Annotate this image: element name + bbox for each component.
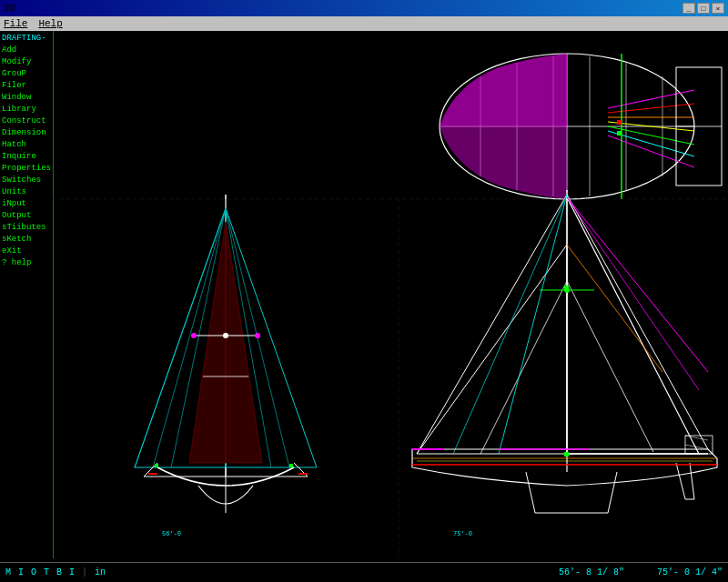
sidebar-item-units[interactable]: Units [2,186,53,198]
status-t: T [44,567,49,577]
close-button[interactable]: × [712,3,724,14]
sidebar-item-output[interactable]: Output [2,210,53,222]
svg-rect-44 [289,464,293,467]
sidebar-item-inquire[interactable]: Inquire [2,151,53,163]
title-bar-buttons[interactable]: _ □ × [682,3,724,14]
status-sep1: | [82,567,87,577]
minimize-button[interactable]: _ [682,3,695,14]
drawing-area[interactable]: 56'-0 [53,31,728,558]
sidebar-item-library[interactable]: Library [2,104,53,115]
sidebar-item-input[interactable]: iNput [2,198,53,210]
svg-point-34 [191,333,197,338]
svg-rect-66 [564,452,569,457]
status-i: I [18,567,24,577]
svg-text:56'-0: 56'-0 [162,530,181,537]
status-i2: I [69,567,75,577]
sidebar-item-modify[interactable]: Modify [2,56,53,68]
sidebar-header: DRAFTING- [2,33,53,45]
svg-rect-43 [155,464,158,467]
sidebar: DRAFTING- Add Modify GrouP Filer Window … [0,31,55,558]
svg-point-36 [223,333,228,338]
svg-rect-0 [53,31,728,558]
status-unit: in [95,567,106,577]
svg-text:75'-0: 75'-0 [453,530,472,537]
svg-rect-65 [564,286,569,290]
title-bar-text: 2D [4,3,15,14]
maximize-button[interactable]: □ [697,3,710,14]
status-bar: M I O T B I | in 56'- 8 1/ 8" 75'- 0 1/ … [0,562,728,582]
sidebar-item-dimension[interactable]: Dimension [2,127,53,139]
sidebar-item-switches[interactable]: Switches [2,175,53,186]
status-b: B [56,567,62,577]
sidebar-item-hatch[interactable]: Hatch [2,139,53,151]
sidebar-item-sketch[interactable]: sKetch [2,234,53,246]
cad-canvas[interactable]: 56'-0 [53,31,728,558]
status-coords: 56'- 8 1/ 8" 75'- 0 1/ 4" [559,567,723,577]
menu-bar[interactable]: File Help [0,16,728,31]
svg-point-35 [255,333,260,338]
sidebar-item-properties[interactable]: Properties [2,163,53,175]
menu-help[interactable]: Help [38,18,62,29]
sidebar-item-construct[interactable]: Construct [2,115,53,127]
sidebar-item-group[interactable]: GrouP [2,68,53,80]
svg-rect-19 [617,131,622,135]
sidebar-item-filer[interactable]: Filer [2,80,53,92]
sidebar-item-help[interactable]: ? help [2,257,53,269]
status-o: O [31,567,36,577]
sidebar-item-add[interactable]: Add [2,45,53,56]
status-m: M [5,567,11,577]
title-bar: 2D _ □ × [0,0,728,16]
menu-file[interactable]: File [4,18,27,29]
sidebar-item-sttributes[interactable]: sTiibutes [2,222,53,234]
svg-rect-18 [617,120,622,125]
sidebar-item-exit[interactable]: eXit [2,246,53,257]
sidebar-item-window[interactable]: Window [2,92,53,104]
